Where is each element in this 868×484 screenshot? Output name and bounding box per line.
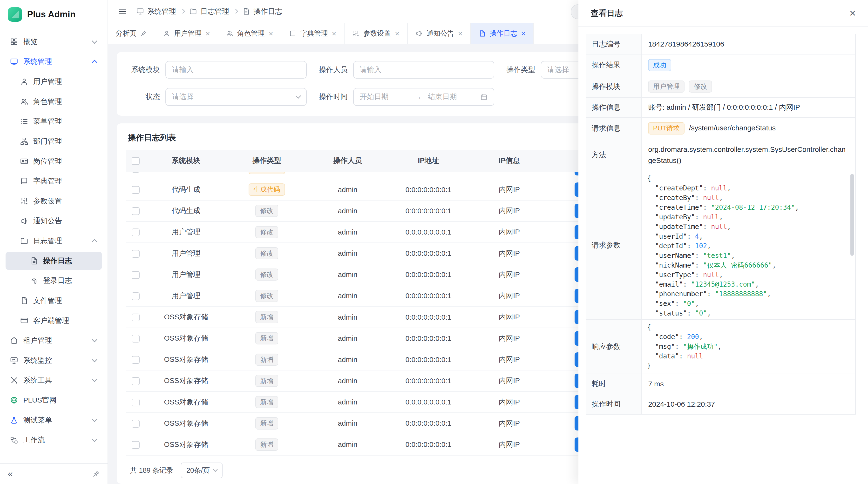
sidebar-item[interactable]: 通知公告 <box>5 212 102 230</box>
select-all-header <box>126 150 146 172</box>
sidebar-item[interactable]: 操作日志 <box>5 252 102 270</box>
cell-ip-info: 内网IP <box>469 328 550 349</box>
breadcrumb-item[interactable]: 日志管理 <box>189 6 229 17</box>
monitor-icon <box>10 58 18 66</box>
operator-input[interactable] <box>353 61 494 78</box>
breadcrumb-item[interactable]: 操作日志 <box>242 6 282 17</box>
cell-ip-info: 内网IP <box>469 179 550 200</box>
tab-close-icon[interactable] <box>206 30 210 37</box>
tab[interactable]: 分析页 <box>108 23 155 44</box>
tab-close-icon[interactable] <box>521 30 526 37</box>
tab[interactable]: 操作日志 <box>471 23 534 44</box>
sidebar-item[interactable]: 测试菜单 <box>5 411 102 429</box>
row-checkbox[interactable] <box>132 335 140 343</box>
sidebar-item-label: 客户端管理 <box>33 316 98 326</box>
detail-row: 请求信息 PUT请求/system/user/changeStatus <box>586 118 856 139</box>
cell-ip-info: 内网IP <box>469 200 550 222</box>
cell-operator: admin <box>307 222 388 243</box>
sidebar-item[interactable]: PLUS官网 <box>5 391 102 410</box>
row-checkbox[interactable] <box>132 271 140 279</box>
column-header: IP地址 <box>388 150 469 172</box>
sidebar-item[interactable]: 文件管理 <box>5 292 102 310</box>
close-icon[interactable] <box>849 8 856 19</box>
row-checkbox[interactable] <box>132 441 140 449</box>
select-all-checkbox[interactable] <box>132 157 140 165</box>
row-checkbox[interactable] <box>132 292 140 300</box>
sidebar-item[interactable]: 工作流 <box>5 431 102 449</box>
tab[interactable]: 字典管理 <box>281 23 345 44</box>
sidebar-item[interactable]: 菜单管理 <box>5 112 102 131</box>
collapse-sidebar-icon[interactable] <box>8 470 12 479</box>
user-icon <box>163 30 170 37</box>
op-type-badge: 新增 <box>255 417 278 429</box>
module-input[interactable] <box>165 61 306 78</box>
sidebar-item[interactable]: 系统管理 <box>5 53 102 71</box>
cell-checkbox <box>126 200 146 222</box>
hamburger-menu-icon[interactable] <box>118 7 127 16</box>
breadcrumb-item[interactable]: 系统管理 <box>136 6 176 17</box>
field-label: 请求信息 <box>586 118 641 139</box>
cell-module: OSS对象存储 <box>146 413 226 434</box>
tab[interactable]: 用户管理 <box>155 23 218 44</box>
sidebar-item[interactable]: 部门管理 <box>5 132 102 151</box>
end-date-placeholder: 结束日期 <box>428 92 477 102</box>
app-logo-icon <box>8 7 22 22</box>
cell-operator: admin <box>307 243 388 264</box>
row-checkbox[interactable] <box>132 186 140 194</box>
row-checkbox[interactable] <box>132 207 140 215</box>
start-date-placeholder: 开始日期 <box>360 92 408 102</box>
sidebar-item[interactable]: 客户端管理 <box>5 312 102 330</box>
sidebar-item[interactable]: 登录日志 <box>5 272 102 290</box>
detail-row: 方法 org.dromara.system.controller.system.… <box>586 139 856 171</box>
page-size-value: 20条/页 <box>186 466 210 475</box>
table-body-viewport: 代码生成 生成代码 admin 0:0:0:0:0:0:0:1 内网IP <box>126 172 630 456</box>
scrollbar-thumb[interactable] <box>850 174 854 256</box>
sidebar-item[interactable]: 角色管理 <box>5 92 102 110</box>
page-size-select[interactable]: 20条/页 <box>181 462 222 478</box>
row-checkbox[interactable] <box>132 377 140 385</box>
breadcrumb-label: 日志管理 <box>200 6 229 17</box>
tab[interactable]: 角色管理 <box>218 23 281 44</box>
sidebar-item-label: 字典管理 <box>33 176 98 186</box>
table-header-row: 系统模块操作类型操作人员IP地址IP信息操作 <box>126 150 630 172</box>
calendar-icon <box>480 93 488 101</box>
row-checkbox[interactable] <box>132 420 140 428</box>
cell-ip-info: 内网IP <box>469 264 550 285</box>
cell-ip: 0:0:0:0:0:0:0:1 <box>388 172 469 179</box>
sidebar-item[interactable]: 系统工具 <box>5 371 102 389</box>
filter-status-label: 状态 <box>128 92 160 102</box>
pin-sidebar-icon[interactable] <box>93 470 100 478</box>
row-checkbox[interactable] <box>132 356 140 364</box>
row-checkbox[interactable] <box>132 314 140 321</box>
sidebar-item[interactable]: 系统监控 <box>5 351 102 369</box>
tab-label: 字典管理 <box>300 29 328 38</box>
tab-close-icon[interactable] <box>395 30 400 37</box>
sidebar-item[interactable]: 概览 <box>5 33 102 51</box>
row-checkbox[interactable] <box>132 172 140 172</box>
tab-close-icon[interactable] <box>332 30 336 37</box>
tab[interactable]: 参数设置 <box>345 23 408 44</box>
filter-time-label: 操作时间 <box>316 92 348 102</box>
status-select[interactable]: 请选择 <box>165 88 306 105</box>
row-checkbox[interactable] <box>132 250 140 258</box>
sidebar-item[interactable]: 参数设置 <box>5 192 102 210</box>
row-checkbox[interactable] <box>132 228 140 236</box>
date-range-picker[interactable]: 开始日期 结束日期 <box>353 88 494 105</box>
cell-operator: admin <box>307 172 388 179</box>
breadcrumb-label: 操作日志 <box>253 6 282 17</box>
row-checkbox[interactable] <box>132 399 140 407</box>
detail-row: 耗时 7 ms <box>586 374 856 394</box>
sidebar-item[interactable]: 字典管理 <box>5 172 102 190</box>
cell-operator: admin <box>307 391 388 413</box>
sidebar-item[interactable]: 日志管理 <box>5 232 102 250</box>
sidebar-item[interactable]: 用户管理 <box>5 72 102 91</box>
tab-label: 用户管理 <box>174 29 202 38</box>
tab[interactable]: 通知公告 <box>408 23 471 44</box>
cell-ip: 0:0:0:0:0:0:0:1 <box>388 413 469 434</box>
tab-close-icon[interactable] <box>269 30 273 37</box>
sidebar-item[interactable]: 岗位管理 <box>5 152 102 170</box>
sidebar-item[interactable]: 租户管理 <box>5 331 102 350</box>
tab-close-icon[interactable] <box>458 30 463 37</box>
detail-row: 请求参数 { "createDept": null, "createBy": n… <box>586 171 856 320</box>
filter-module-label: 系统模块 <box>128 65 160 75</box>
